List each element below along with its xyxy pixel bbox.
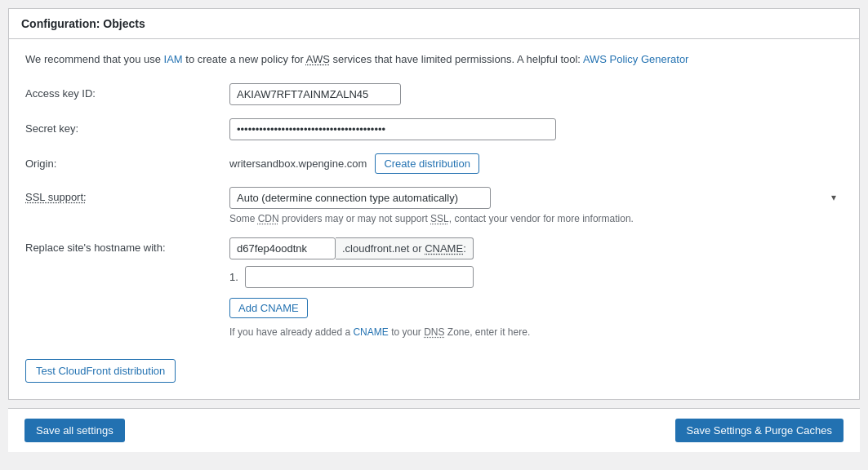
origin-value: writersandbox.wpengine.com — [229, 157, 367, 170]
hostname-prefix-input[interactable] — [229, 237, 336, 259]
save-settings-purge-button[interactable]: Save Settings & Purge Caches — [675, 419, 844, 442]
origin-row: Origin: writersandbox.wpengine.com Creat… — [25, 153, 843, 174]
cname-note: If you have already added a CNAME to you… — [229, 326, 843, 338]
origin-row-inner: writersandbox.wpengine.com Create distri… — [229, 153, 843, 174]
secret-key-label: Secret key: — [25, 118, 229, 135]
cname-item-number: 1. — [229, 271, 238, 283]
cname-list: 1. — [229, 266, 843, 288]
secret-key-row: Secret key: — [25, 118, 843, 140]
config-content: We recommend that you use IAM to create … — [9, 39, 859, 399]
ssl-control: Auto (determine connection type automati… — [229, 187, 843, 224]
footer-bar: Save all settings Save Settings & Purge … — [8, 408, 860, 452]
info-text: We recommend that you use IAM to create … — [25, 51, 843, 69]
cname-link[interactable]: CNAME — [353, 326, 388, 338]
cdn-abbr: CDN — [258, 213, 279, 224]
origin-control: writersandbox.wpengine.com Create distri… — [229, 153, 843, 174]
cname-input[interactable] — [245, 266, 474, 288]
ssl-select[interactable]: Auto (determine connection type automati… — [229, 187, 491, 209]
config-box: Configuration: Objects We recommend that… — [8, 8, 860, 400]
add-cname-wrapper: Add CNAME — [229, 298, 843, 318]
hostname-top: .cloudfront.net or CNAME: — [229, 237, 843, 259]
origin-label: Origin: — [25, 153, 229, 170]
add-cname-button[interactable]: Add CNAME — [229, 298, 308, 318]
info-text-before-iam: We recommend that you use — [25, 53, 164, 65]
secret-key-input[interactable] — [229, 118, 556, 140]
cname-item: 1. — [229, 266, 843, 288]
access-key-control — [229, 83, 843, 105]
save-all-settings-button[interactable]: Save all settings — [24, 419, 125, 442]
ssl-label-text: SSL support: — [25, 191, 87, 203]
ssl-select-wrapper: Auto (determine connection type automati… — [229, 187, 843, 209]
config-title: Configuration: Objects — [9, 9, 859, 39]
policy-gen-link[interactable]: AWS Policy Generator — [583, 53, 689, 65]
aws-text: AWS — [306, 53, 330, 65]
hostname-label: Replace site's hostname with: — [25, 237, 229, 254]
ssl-row: SSL support: Auto (determine connection … — [25, 187, 843, 224]
ssl-abbr: SSL — [430, 213, 449, 224]
create-distribution-button[interactable]: Create distribution — [375, 153, 479, 174]
test-btn-wrapper: Test CloudFront distribution — [25, 351, 843, 383]
dns-abbr: DNS — [424, 326, 444, 338]
hostname-row: Replace site's hostname with: .cloudfron… — [25, 237, 843, 338]
hostname-control: .cloudfront.net or CNAME: 1. Add CNAME I… — [229, 237, 843, 338]
info-text-after-aws: services that have limited permissions. … — [330, 53, 583, 65]
access-key-row: Access key ID: — [25, 83, 843, 105]
secret-key-control — [229, 118, 843, 140]
iam-link[interactable]: IAM — [164, 53, 183, 65]
ssl-label: SSL support: — [25, 187, 229, 203]
info-text-after-iam: to create a new policy for — [183, 53, 306, 65]
test-cloudfront-button[interactable]: Test CloudFront distribution — [25, 359, 176, 383]
ssl-note: Some CDN providers may or may not suppor… — [229, 213, 843, 224]
hostname-suffix: .cloudfront.net or CNAME: — [336, 237, 474, 259]
access-key-label: Access key ID: — [25, 83, 229, 100]
access-key-input[interactable] — [229, 83, 401, 105]
page-wrapper: Configuration: Objects We recommend that… — [0, 8, 868, 470]
